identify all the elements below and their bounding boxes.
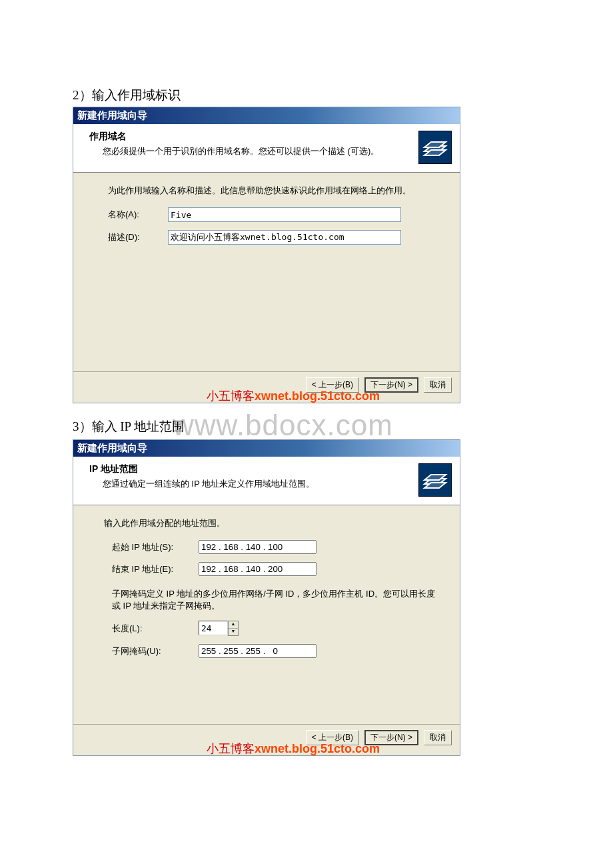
start-ip-input[interactable] [199, 540, 316, 554]
watermark-big: www.bdocx.com [173, 409, 540, 442]
dialog2-header-title: IP 地址范围 [89, 463, 450, 475]
dialog1-header-title: 作用域名 [89, 131, 450, 143]
desc-input[interactable] [168, 230, 401, 245]
dialog2-body: 输入此作用域分配的地址范围。 起始 IP 地址(S): 结束 IP 地址(E):… [73, 505, 460, 724]
next-button[interactable]: 下一步(N) > [364, 377, 418, 393]
dialog1-instruction: 为此作用域输入名称和描述。此信息帮助您快速标识此作用域在网络上的作用。 [108, 185, 444, 197]
dialog2-titlebar: 新建作用域向导 [73, 440, 460, 457]
dialog1-header-sub: 您必须提供一个用于识别的作用域名称。您还可以提供一个描述 (可选)。 [103, 145, 450, 157]
dialog1-titlebar: 新建作用域向导 [73, 107, 460, 124]
section1-caption: 2）输入作用域标识 [73, 87, 540, 104]
name-label: 名称(A): [108, 209, 168, 221]
dialog1-body: 为此作用域输入名称和描述。此信息帮助您快速标识此作用域在网络上的作用。 名称(A… [73, 173, 460, 371]
length-label: 长度(L): [112, 623, 199, 635]
back-button[interactable]: < 上一步(B) [306, 730, 359, 745]
dialog2-instr2: 子网掩码定义 IP 地址的多少位用作网络/子网 ID，多少位用作主机 ID。您可… [112, 588, 444, 611]
dialog2-instr1: 输入此作用域分配的地址范围。 [104, 517, 444, 529]
spin-down-icon[interactable]: ▼ [229, 629, 238, 635]
length-spinner[interactable]: ▲ ▼ [228, 621, 239, 636]
start-ip-label: 起始 IP 地址(S): [112, 541, 199, 553]
mask-input[interactable] [199, 644, 316, 658]
dialog-scope-name: 新建作用域向导 作用域名 您必须提供一个用于识别的作用域名称。您还可以提供一个描… [73, 107, 460, 403]
dialog-ip-range: 新建作用域向导 IP 地址范围 您通过确定一组连续的 IP 地址来定义作用域地址… [73, 439, 460, 756]
dialog1-footer: < 上一步(B) 下一步(N) > 取消 小五博客xwnet.blog.51ct… [73, 371, 460, 403]
mask-label: 子网掩码(U): [112, 645, 199, 657]
dialog2-header-sub: 您通过确定一组连续的 IP 地址来定义作用域地址范围。 [103, 478, 450, 490]
desc-label: 描述(D): [108, 231, 168, 243]
folder-stack-icon [418, 131, 452, 164]
cancel-button[interactable]: 取消 [424, 377, 452, 393]
section2-caption: 3）输入 IP 地址范围 [73, 418, 185, 435]
end-ip-label: 结束 IP 地址(E): [112, 563, 199, 575]
folder-stack-icon [418, 463, 452, 497]
length-input[interactable] [199, 621, 228, 635]
name-input[interactable] [168, 207, 401, 222]
dialog2-header: IP 地址范围 您通过确定一组连续的 IP 地址来定义作用域地址范围。 [73, 457, 460, 505]
spin-up-icon[interactable]: ▲ [229, 621, 238, 629]
back-button[interactable]: < 上一步(B) [306, 377, 359, 393]
next-button[interactable]: 下一步(N) > [364, 730, 418, 745]
dialog2-footer: < 上一步(B) 下一步(N) > 取消 小五博客xwnet.blog.51ct… [73, 724, 460, 755]
cancel-button[interactable]: 取消 [424, 730, 452, 745]
end-ip-input[interactable] [199, 562, 316, 576]
dialog1-header: 作用域名 您必须提供一个用于识别的作用域名称。您还可以提供一个描述 (可选)。 [73, 124, 460, 173]
